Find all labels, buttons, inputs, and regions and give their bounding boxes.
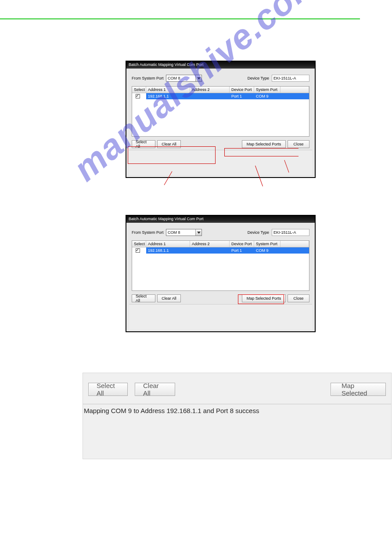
- from-system-port-combo[interactable]: COM 8: [166, 229, 202, 236]
- table-row[interactable]: 192.168.1.1 Port 1 COM 9: [132, 93, 309, 99]
- select-all-button[interactable]: Select All: [132, 140, 155, 148]
- th-device-port[interactable]: Device Port: [230, 87, 254, 93]
- map-selected-ports-button[interactable]: Map Selected Ports: [242, 294, 286, 302]
- batch-mapping-dialog-2: Batch Automatic Mapping Virtual Com Port…: [126, 215, 316, 332]
- from-system-port-label: From System Port: [132, 76, 166, 80]
- table-row[interactable]: 192.168.1.1 Port 1 COM 9: [132, 247, 309, 254]
- th-address1[interactable]: Address 1: [146, 241, 190, 247]
- row-checkbox[interactable]: [136, 94, 140, 98]
- chevron-down-icon: [197, 77, 201, 80]
- th-select[interactable]: Select: [132, 241, 146, 247]
- select-all-button[interactable]: Select All: [88, 383, 128, 396]
- device-type-label: Device Type: [248, 76, 269, 80]
- from-system-port-value: COM 8: [168, 76, 180, 80]
- th-system-port[interactable]: System Port: [254, 241, 281, 247]
- th-address1[interactable]: Address 1: [146, 87, 190, 93]
- ports-table: Select Address 1 Address 2 Device Port S…: [132, 86, 309, 137]
- batch-mapping-dialog-1: Batch Automatic Mapping Virtual Com Port…: [126, 61, 316, 178]
- cell-system-port: COM 9: [254, 247, 281, 254]
- th-device-port[interactable]: Device Port: [230, 241, 254, 247]
- th-address2[interactable]: Address 2: [190, 87, 230, 93]
- row-checkbox[interactable]: [136, 248, 140, 253]
- select-all-button[interactable]: Select All: [132, 294, 155, 302]
- clear-all-button[interactable]: Clear All: [157, 140, 181, 148]
- cell-address1: 192.168.1.1: [146, 93, 190, 99]
- combo-dropdown-button[interactable]: [195, 229, 201, 236]
- from-system-port-combo[interactable]: COM 8: [166, 75, 202, 82]
- status-crop: Select All Clear All Map Selected Mappin…: [83, 373, 392, 459]
- close-button[interactable]: Close: [288, 140, 309, 148]
- map-selected-ports-button[interactable]: Map Selected: [331, 383, 386, 396]
- clear-all-button[interactable]: Clear All: [157, 294, 181, 302]
- cell-address2: [190, 93, 230, 99]
- dialog-title: Batch Automatic Mapping Virtual Com Port: [126, 216, 315, 223]
- from-system-port-value: COM 8: [168, 230, 180, 235]
- th-system-port[interactable]: System Port: [254, 87, 281, 93]
- device-type-field: EKI-1511L-A: [272, 75, 309, 82]
- header-divider: [0, 18, 360, 19]
- status-message: Mapping COM 9 to Address 192.168.1.1 and…: [83, 404, 391, 417]
- ports-table: Select Address 1 Address 2 Device Port S…: [132, 240, 309, 291]
- th-select[interactable]: Select: [132, 87, 146, 93]
- combo-dropdown-button[interactable]: [195, 75, 201, 81]
- cell-system-port: COM 9: [254, 93, 281, 99]
- map-selected-ports-button[interactable]: Map Selected Ports: [242, 140, 286, 148]
- cell-device-port: Port 1: [230, 247, 254, 254]
- close-button[interactable]: Close: [288, 294, 309, 302]
- status-area: [129, 304, 312, 330]
- cell-device-port: Port 1: [230, 93, 254, 99]
- device-type-field: EKI-1511L-A: [272, 229, 309, 236]
- th-address2[interactable]: Address 2: [190, 241, 230, 247]
- cell-address1: 192.168.1.1: [146, 247, 190, 254]
- cell-address2: [190, 247, 230, 254]
- device-type-label: Device Type: [248, 230, 269, 235]
- dialog-title: Batch Automatic Mapping Virtual Com Port: [126, 62, 315, 69]
- clear-all-button[interactable]: Clear All: [135, 383, 175, 396]
- from-system-port-label: From System Port: [132, 230, 166, 235]
- chevron-down-icon: [197, 232, 201, 234]
